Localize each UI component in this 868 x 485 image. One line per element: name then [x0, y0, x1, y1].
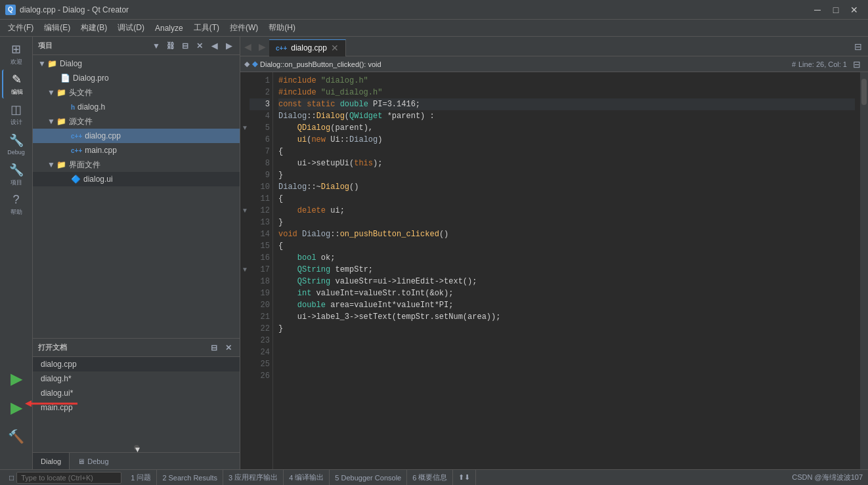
window-controls: ─ □ ✕: [809, 3, 863, 16]
cpp-file-icon: c++: [71, 133, 82, 140]
editor-tab-dialog-cpp[interactable]: c++ dialog.cpp ✕: [269, 39, 346, 56]
up-down-icon: ⬆⬇: [458, 473, 470, 482]
vscroll-thumb[interactable]: [861, 79, 867, 105]
vscroll-track: [860, 72, 868, 469]
fold-column: ▼ ▼ ▼: [240, 72, 250, 469]
tree-item-dialog-cpp[interactable]: c++ dialog.cpp: [33, 129, 240, 143]
line-numbers: 1 2 3 4 5 6 7 8 9 10 11 12 13 14 15 16 1…: [250, 72, 273, 469]
menu-edit[interactable]: 编辑(E): [39, 21, 76, 35]
menu-analyze[interactable]: Analyze: [150, 21, 188, 35]
close-panel-btn[interactable]: ✕: [194, 40, 206, 52]
sidebar-item-label: 欢迎: [11, 58, 22, 66]
build-button[interactable]: 🔨: [3, 423, 30, 450]
status-up-down[interactable]: ⬆⬇: [453, 470, 476, 486]
breadcrumb-separator: ◆: [244, 60, 250, 68]
nav-left-btn[interactable]: ◀: [208, 40, 220, 52]
open-docs-header: 打开文档 ⊟ ✕: [33, 339, 240, 357]
scroll-down-btn[interactable]: ▼: [134, 445, 139, 450]
split-editor-btn[interactable]: ⊟: [851, 38, 865, 55]
menu-controls[interactable]: 控件(W): [225, 21, 263, 35]
project-icon: 📁: [47, 59, 57, 68]
status-label: 编译输出: [295, 473, 324, 482]
tree-item-ui-folder[interactable]: ▼ 📁 界面文件: [33, 158, 240, 172]
dialog-bottom-tab[interactable]: Dialog: [33, 453, 70, 469]
tree-item-dialog-ui[interactable]: 🔷 dialog.ui: [33, 172, 240, 186]
status-num: 1: [131, 474, 135, 482]
nav-forward-btn[interactable]: ▶: [255, 38, 269, 55]
line-col-text: Line: 26, Col: 1: [798, 60, 847, 68]
status-label: Debugger Console: [341, 474, 401, 482]
expand-editor-btn[interactable]: ⊟: [850, 56, 864, 73]
doc-item-dialog-cpp[interactable]: dialog.cpp: [33, 357, 240, 371]
tree-item-headers-folder[interactable]: ▼ 📁 头文件: [33, 85, 240, 100]
status-debugger-console[interactable]: 5 Debugger Console: [330, 470, 407, 486]
debug-bottom-tab[interactable]: 🖥Debug: [70, 453, 116, 469]
tree-item-main-cpp[interactable]: c++ main.cpp: [33, 143, 240, 158]
menu-build[interactable]: 构建(B): [76, 21, 112, 35]
minimize-button[interactable]: ─: [809, 3, 826, 16]
menu-tools[interactable]: 工具(T): [188, 21, 225, 35]
status-search-results[interactable]: 2 Search Results: [157, 470, 223, 486]
status-num: 5: [335, 474, 339, 482]
filter-btn[interactable]: ▼: [150, 40, 162, 52]
title-text: dialog.cpp - Dialog - Qt Creator: [20, 5, 809, 14]
nav-right-btn[interactable]: ▶: [223, 40, 234, 52]
doc-item-dialog-h[interactable]: dialog.h*: [33, 371, 240, 386]
fold-arrow: ▼: [47, 160, 56, 169]
close-button[interactable]: ✕: [846, 3, 863, 16]
tree-item-sources-folder[interactable]: ▼ 📁 源文件: [33, 114, 240, 129]
project-panel-title: 项目: [38, 41, 53, 51]
sidebar-item-label: Debug: [7, 149, 25, 156]
monitor-icon: 🖥: [77, 457, 85, 465]
code-content[interactable]: #include "dialog.h"#include "ui_dialog.h…: [273, 72, 860, 469]
tab-filename: dialog.cpp: [291, 43, 327, 53]
link-btn[interactable]: ⛓: [165, 40, 177, 52]
split-btn[interactable]: ⊟: [179, 40, 191, 52]
status-right: CSDN @海绵波波107: [792, 473, 863, 482]
folder-icon: 📁: [56, 160, 66, 169]
sidebar-item-welcome[interactable]: ⊞ 欢迎: [2, 39, 31, 68]
tree-item-dialog-root[interactable]: ▼ 📁 Dialog: [33, 56, 240, 71]
status-compile-output[interactable]: 4 编译输出: [284, 470, 330, 486]
title-bar: Q dialog.cpp - Dialog - Qt Creator ─ □ ✕: [0, 0, 868, 20]
doc-item-label: dialog.h*: [41, 374, 72, 383]
sidebar-item-edit[interactable]: ✎ 编辑: [2, 70, 31, 98]
run-debug-button[interactable]: ▶: [3, 394, 30, 421]
status-problems[interactable]: 1 问题: [125, 470, 157, 486]
status-summary[interactable]: 6 概要信息: [407, 470, 453, 486]
menu-help[interactable]: 帮助(H): [263, 21, 301, 35]
sidebar-item-help[interactable]: ? 帮助: [2, 190, 31, 219]
maximize-button[interactable]: □: [827, 3, 844, 16]
menu-file[interactable]: 文件(F): [3, 21, 39, 35]
locator-icon: □: [9, 473, 14, 482]
status-num: 3: [228, 474, 232, 482]
tree-item-dialog-pro[interactable]: 📄 Dialog.pro: [33, 71, 240, 85]
editor-area: ◀ ▶ c++ dialog.cpp ✕ ⊟ ◆ ◆ Dialog::on_pu…: [240, 37, 868, 469]
help-icon: ?: [12, 193, 19, 207]
status-app-output[interactable]: 3 应用程序输出: [223, 470, 284, 486]
tree-item-label: dialog.h: [77, 102, 105, 112]
run-button[interactable]: ▶: [3, 366, 30, 392]
open-docs-close-btn[interactable]: ✕: [223, 342, 234, 354]
status-label: 问题: [137, 473, 151, 482]
sidebar-item-debug[interactable]: 🔧 Debug: [2, 130, 31, 159]
tree-item-dialog-h[interactable]: h dialog.h: [33, 100, 240, 114]
sidebar-item-project[interactable]: 🔧 项目: [2, 160, 31, 189]
ui-file-icon: 🔷: [71, 175, 81, 184]
left-sidebar: ⊞ 欢迎 ✎ 编辑 ◫ 设计 🔧 Debug 🔧 项目 ? 帮助 ▶ ▶ 🔨: [0, 37, 33, 469]
sidebar-item-design[interactable]: ◫ 设计: [2, 100, 31, 129]
tree-item-label: Dialog.pro: [73, 74, 109, 83]
cpp-file-icon: c++: [71, 147, 82, 154]
tab-close-btn[interactable]: ✕: [331, 43, 339, 53]
status-num: 4: [289, 474, 293, 482]
editor-vscroll[interactable]: [860, 72, 868, 469]
menu-debug[interactable]: 调试(D): [112, 21, 150, 35]
pro-file-icon: 📄: [60, 74, 70, 83]
sidebar-item-label: 项目: [11, 179, 22, 187]
nav-back-btn[interactable]: ◀: [240, 38, 255, 55]
tree-item-label: 界面文件: [69, 159, 100, 171]
doc-item-label: dialog.cpp: [41, 360, 77, 369]
locator-input[interactable]: [16, 472, 121, 484]
cpp-tab-icon: c++: [276, 45, 287, 52]
open-docs-split-btn[interactable]: ⊟: [208, 342, 220, 354]
